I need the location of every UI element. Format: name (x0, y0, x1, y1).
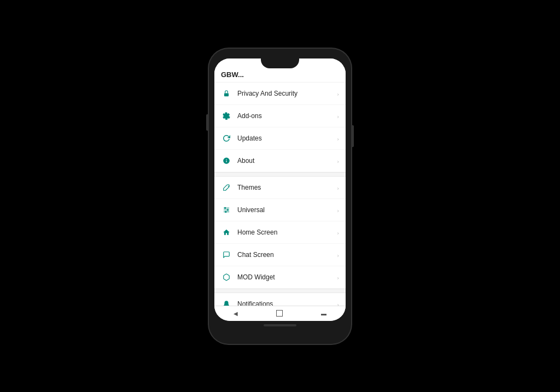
modwidget-label: MOD Widget (237, 273, 337, 281)
refresh-icon (221, 133, 232, 144)
puzzle-icon (221, 110, 232, 121)
home-button[interactable] (276, 310, 283, 317)
lock-icon (221, 88, 232, 99)
about-label: About (237, 157, 337, 165)
chevron-right-icon: › (337, 157, 339, 164)
notch (261, 58, 299, 68)
menu-item-homescreen[interactable]: Home Screen › (214, 221, 346, 244)
home-bar (264, 324, 296, 326)
sliders-icon (221, 204, 232, 215)
phone-screen: GBW... Privacy And Security › (214, 58, 346, 321)
box-icon (221, 272, 232, 283)
svg-point-9 (227, 209, 228, 210)
chevron-right-icon: › (337, 90, 339, 97)
chatscreen-label: Chat Screen (237, 251, 337, 259)
svg-line-4 (228, 186, 229, 186)
chevron-right-icon: › (337, 207, 339, 213)
chevron-right-icon: › (337, 135, 339, 142)
chevron-right-icon: › (337, 184, 339, 191)
svg-point-10 (225, 211, 226, 212)
bell-icon (221, 299, 232, 306)
recent-button[interactable]: ▬ (321, 311, 326, 317)
chevron-right-icon: › (337, 229, 339, 236)
chevron-right-icon: › (337, 274, 339, 280)
notifications-label: Notifications (237, 300, 337, 306)
universal-label: Universal (237, 206, 337, 214)
menu-item-chatscreen[interactable]: Chat Screen › (214, 244, 346, 266)
addons-label: Add-ons (237, 112, 337, 120)
section-divider (214, 172, 346, 177)
svg-point-8 (225, 207, 226, 208)
brush-icon (221, 182, 232, 193)
menu-item-about[interactable]: About › (214, 150, 346, 172)
home-icon (221, 227, 232, 238)
svg-rect-0 (224, 93, 229, 96)
chevron-right-icon: › (337, 301, 339, 306)
updates-label: Updates (237, 134, 337, 142)
homescreen-label: Home Screen (237, 229, 337, 236)
menu-list: Privacy And Security › Add-ons › (214, 83, 346, 306)
section-divider-2 (214, 289, 346, 293)
privacy-label: Privacy And Security (237, 90, 337, 97)
themes-label: Themes (237, 184, 337, 191)
menu-item-privacy[interactable]: Privacy And Security › (214, 83, 346, 105)
info-icon (221, 155, 232, 166)
menu-item-modwidget[interactable]: MOD Widget › (214, 266, 346, 289)
app-title: GBW... (221, 71, 244, 79)
menu-item-updates[interactable]: Updates › (214, 127, 346, 150)
chevron-right-icon: › (337, 113, 339, 119)
back-button[interactable]: ◀ (234, 311, 238, 317)
menu-item-universal[interactable]: Universal › (214, 199, 346, 221)
phone-frame: GBW... Privacy And Security › (209, 49, 351, 344)
chevron-right-icon: › (337, 251, 339, 258)
menu-item-addons[interactable]: Add-ons › (214, 105, 346, 127)
menu-item-notifications[interactable]: Notifications › (214, 293, 346, 306)
menu-item-themes[interactable]: Themes › (214, 177, 346, 199)
chat-icon (221, 249, 232, 260)
bottom-nav: ◀ ▬ (214, 306, 346, 321)
